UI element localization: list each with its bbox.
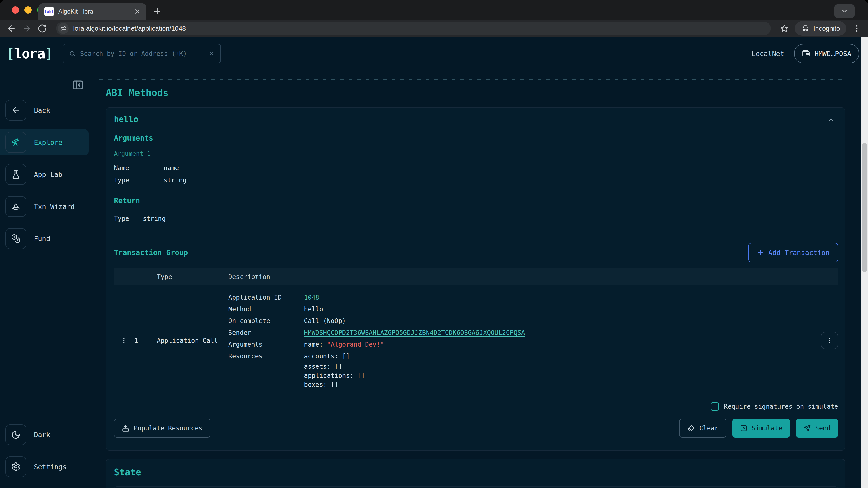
sidebar-item-label: Back	[34, 106, 50, 114]
fund-icon-box	[5, 228, 26, 249]
browser-tab[interactable]: [ak] AlgoKit - lora	[38, 3, 147, 20]
send-button[interactable]: Send	[796, 419, 838, 437]
logo-text: lora	[14, 46, 45, 61]
url-text: lora.algokit.io/localnet/application/104…	[73, 25, 186, 32]
browser-window: [ak] AlgoKit - lora lora.algokit.io/loca…	[0, 0, 868, 488]
clear-button[interactable]: Clear	[679, 419, 726, 437]
close-window-button[interactable]	[12, 6, 19, 13]
page-scrollbar[interactable]	[861, 37, 868, 488]
drag-handle-icon[interactable]	[121, 337, 127, 344]
clear-search-icon[interactable]	[208, 51, 215, 57]
field-label: On complete	[228, 315, 304, 327]
row-label: Type	[114, 215, 129, 222]
browser-toolbar: lora.algokit.io/localnet/application/104…	[0, 20, 868, 37]
resources-applications: applications: []	[304, 371, 811, 380]
row-value: string	[143, 215, 165, 222]
argument-type-row: Type string	[114, 174, 838, 186]
tab-strip: [ak] AlgoKit - lora	[0, 0, 868, 20]
sidebar-item-explore[interactable]: Explore	[0, 129, 89, 156]
row-value: name	[164, 162, 838, 174]
add-transaction-button[interactable]: Add Transaction	[748, 243, 838, 262]
return-type-row: Typestring	[114, 213, 838, 225]
site-settings-button[interactable]	[58, 23, 69, 34]
field-label: Application ID	[228, 292, 304, 303]
sidebar-item-label: Fund	[34, 235, 50, 242]
wallet-address: HMWD…PQSA	[814, 50, 851, 58]
lora-logo[interactable]: [lora]	[6, 46, 53, 61]
search-input[interactable]	[80, 50, 204, 58]
collapse-method-chevron-up-icon[interactable]	[827, 116, 835, 124]
address-bar[interactable]: lora.algokit.io/localnet/application/104…	[56, 22, 771, 35]
abi-method-card: hello Arguments Argument 1 Name name Typ…	[106, 107, 845, 451]
method-value: hello	[304, 303, 811, 315]
arrow-left-icon	[11, 105, 21, 115]
explore-icon-box	[5, 132, 26, 153]
row-label: Type	[114, 174, 164, 186]
tab-close-icon[interactable]	[134, 8, 141, 15]
tab-search-button[interactable]	[834, 4, 855, 18]
type-column-header: Type	[157, 273, 228, 281]
sidebar-item-label: Settings	[34, 463, 67, 471]
square-play-icon	[740, 424, 747, 432]
wizard-hat-icon	[11, 202, 21, 211]
global-search[interactable]	[63, 44, 221, 63]
tab-title: AlgoKit - lora	[58, 8, 129, 15]
sidebar-item-fund[interactable]: Fund	[0, 225, 89, 252]
on-complete-value: Call (NoOp)	[304, 315, 811, 327]
return-heading: Return	[114, 196, 838, 205]
simulate-button[interactable]: Simulate	[733, 419, 790, 437]
minimize-window-button[interactable]	[24, 6, 32, 13]
bookmark-star-icon[interactable]	[780, 24, 789, 33]
field-label: Arguments	[228, 339, 304, 350]
coins-icon	[11, 234, 21, 243]
sidebar-item-theme-toggle[interactable]: Dark	[0, 422, 89, 448]
populate-resources-button[interactable]: Populate Resources	[114, 419, 211, 437]
row-label: Name	[114, 162, 164, 174]
lora-app: [lora] LocalNet HMWD…PQSA Back	[0, 37, 868, 488]
telescope-icon	[11, 138, 21, 147]
scrollbar-thumb[interactable]	[862, 143, 867, 272]
back-button[interactable]	[7, 24, 16, 33]
wallet-icon	[802, 49, 810, 58]
reload-button[interactable]	[37, 24, 47, 33]
wallet-button[interactable]: HMWD…PQSA	[794, 44, 859, 63]
new-tab-button[interactable]	[152, 6, 162, 16]
sidebar-item-txn-wizard[interactable]: Txn Wizard	[0, 193, 89, 220]
application-id-link[interactable]: 1048	[304, 294, 319, 301]
main-content: ABI Methods hello Arguments Argument 1 N…	[89, 70, 868, 488]
transaction-description: Application ID1048 Methodhello On comple…	[228, 292, 811, 389]
transaction-table: Type Description 1 Application Call Appl…	[114, 268, 838, 395]
argument-1-label: Argument 1	[114, 150, 838, 157]
abi-methods-title: ABI Methods	[106, 87, 845, 98]
transaction-index: 1	[134, 337, 157, 344]
plus-icon	[757, 249, 764, 256]
forward-button[interactable]	[22, 24, 32, 33]
incognito-badge: Incognito	[795, 21, 846, 36]
argument-name-prefix: name:	[304, 341, 327, 348]
moon-icon	[11, 430, 21, 440]
back-icon-box	[5, 100, 26, 121]
collapse-sidebar-button[interactable]	[72, 79, 84, 91]
clear-label: Clear	[699, 424, 718, 432]
state-card: Global Box	[114, 486, 838, 488]
sidebar-item-settings[interactable]: Settings	[0, 454, 89, 480]
transaction-row-menu-button[interactable]	[821, 332, 838, 349]
require-signatures-checkbox[interactable]	[711, 402, 719, 411]
sidebar-item-back[interactable]: Back	[0, 97, 89, 123]
sidebar-item-label: Txn Wizard	[34, 203, 75, 210]
sidebar-item-label: Dark	[34, 431, 50, 439]
sidebar-item-app-lab[interactable]: App Lab	[0, 161, 89, 188]
tab-global[interactable]: Global	[114, 487, 149, 488]
logo-bracket-close: ]	[45, 46, 53, 61]
field-label: Resources	[228, 350, 304, 362]
resources-accounts: accounts: []	[304, 350, 811, 362]
browser-menu-button[interactable]	[852, 24, 861, 33]
incognito-icon	[801, 24, 810, 33]
argument-string-value: "Algorand Dev!"	[327, 341, 384, 348]
sidebar: Back Explore App Lab Txn Wizard	[0, 70, 89, 488]
sender-address-link[interactable]: HMWDSHQCOPD2T36WBAHLAZ6PO5GDJJZBN4D2TODK…	[304, 329, 525, 336]
tab-box[interactable]: Box	[149, 487, 172, 488]
settings-icon-box	[5, 456, 26, 477]
state-panel: State Global Box	[106, 459, 845, 488]
row-value: string	[164, 174, 838, 186]
